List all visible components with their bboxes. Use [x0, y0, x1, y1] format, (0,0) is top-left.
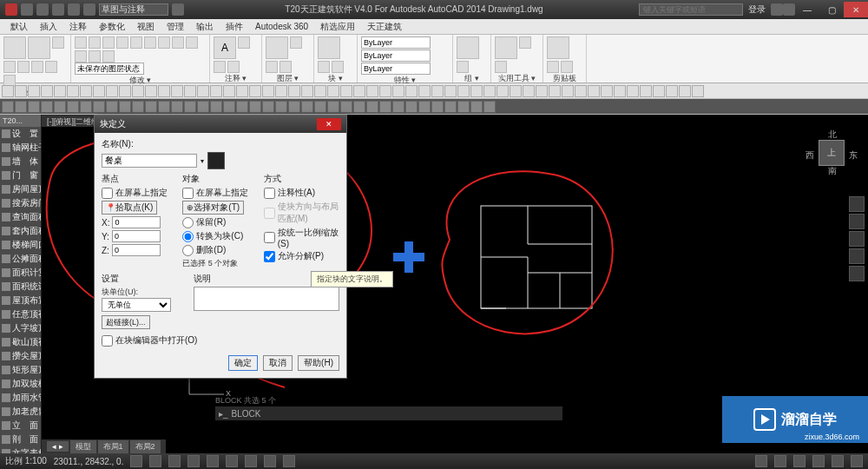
tab-layout2[interactable]: 布局2	[130, 440, 161, 453]
toolbar-button[interactable]	[249, 85, 261, 97]
sidebar-item[interactable]: 轴网柱子	[0, 141, 41, 155]
toolbar-button[interactable]	[405, 85, 418, 97]
block-name-input[interactable]	[102, 154, 197, 168]
toolbar-button[interactable]	[15, 101, 27, 113]
table-icon[interactable]	[227, 61, 240, 73]
tab-model[interactable]: 模型	[70, 440, 96, 453]
toolbar-button[interactable]	[158, 85, 170, 97]
basepoint-onscreen-check[interactable]	[102, 188, 113, 199]
toolbar-button[interactable]	[301, 101, 313, 113]
toolbar-button[interactable]	[679, 85, 691, 97]
layer-props-icon[interactable]	[266, 36, 288, 59]
toolbar-button[interactable]	[184, 101, 196, 113]
snap-toggle-icon[interactable]	[130, 455, 142, 467]
toolbar-button[interactable]	[640, 85, 652, 97]
app-icon[interactable]	[5, 3, 17, 16]
toolbar-button[interactable]	[2, 101, 14, 113]
leader-icon[interactable]	[214, 61, 226, 73]
text-icon[interactable]: A	[214, 36, 236, 59]
layer-off-icon[interactable]	[290, 36, 302, 49]
extend-icon[interactable]	[172, 36, 184, 49]
toolbar-button[interactable]	[536, 85, 548, 97]
toolbar-button[interactable]	[236, 85, 248, 97]
move-icon[interactable]	[75, 36, 87, 49]
toolbar-button[interactable]	[132, 101, 144, 113]
toolbar-button[interactable]	[210, 85, 222, 97]
polyline-icon[interactable]	[28, 36, 50, 59]
toolbar-button[interactable]	[80, 101, 92, 113]
toolbar-button[interactable]	[314, 101, 326, 113]
sidebar-item[interactable]: 门 窗	[0, 168, 41, 182]
pick-point-button[interactable]: 📍 拾取点(K)	[102, 201, 157, 215]
toolbar-button[interactable]	[145, 101, 157, 113]
sidebar-item[interactable]: 加老虎窗	[0, 405, 41, 419]
dialog-close-button[interactable]: ✕	[317, 118, 341, 130]
toolbar-button[interactable]	[41, 101, 53, 113]
tab-tangent[interactable]: 天正建筑	[362, 20, 407, 34]
open-in-editor-check[interactable]	[102, 335, 113, 347]
toolbar-button[interactable]	[379, 85, 391, 97]
tab-layout1[interactable]: 布局1	[98, 440, 128, 453]
ok-button[interactable]: 确定	[228, 355, 258, 371]
qat-open-icon[interactable]	[36, 3, 49, 16]
array-icon[interactable]	[75, 50, 87, 63]
scale-icon[interactable]	[144, 36, 156, 49]
basepoint-x-input[interactable]	[112, 216, 161, 228]
objects-onscreen-check[interactable]	[182, 188, 194, 199]
cut-icon[interactable]	[547, 61, 559, 73]
sidebar-item[interactable]: 剖 面	[0, 433, 41, 446]
qp-toggle-icon[interactable]	[283, 455, 295, 467]
command-line[interactable]: ▸_ BLOCK	[215, 406, 562, 420]
toolbar-button[interactable]	[379, 101, 391, 113]
mirror-icon[interactable]	[130, 36, 142, 49]
toolbar-button[interactable]	[119, 101, 131, 113]
toolbar-button[interactable]	[288, 85, 300, 97]
sidebar-item[interactable]: 公摊面积	[0, 252, 41, 266]
toolbar-button[interactable]	[444, 101, 457, 113]
description-textarea[interactable]	[194, 287, 339, 311]
toolbar-button[interactable]	[496, 85, 509, 97]
toolbar-button[interactable]	[470, 85, 483, 97]
close-button[interactable]: ✕	[844, 2, 868, 17]
hyperlink-button[interactable]: 超链接(L)...	[102, 315, 150, 329]
convert-radio[interactable]	[182, 231, 194, 242]
toolbar-button[interactable]	[614, 85, 626, 97]
block-unit-select[interactable]: 无单位	[102, 298, 171, 312]
sidebar-item[interactable]: 搜索房间	[0, 196, 41, 210]
osnap-toggle-icon[interactable]	[207, 455, 219, 467]
sidebar-item[interactable]: 墙 体	[0, 155, 41, 168]
toolbar-button[interactable]	[444, 85, 457, 97]
otrack-toggle-icon[interactable]	[226, 455, 238, 467]
nav-orbit-icon[interactable]	[849, 248, 865, 264]
minimize-button[interactable]: —	[795, 2, 819, 17]
workspace-combo[interactable]: 草图与注释	[99, 3, 168, 16]
select-icon[interactable]	[519, 36, 531, 49]
toolbar-button[interactable]	[627, 85, 639, 97]
paste-icon[interactable]	[547, 36, 569, 59]
toolbar-button[interactable]	[2, 85, 14, 97]
toolbar-button[interactable]	[80, 85, 92, 97]
qat-more-icon[interactable]	[172, 3, 184, 16]
toolbar-button[interactable]	[93, 101, 105, 113]
toolbar-button[interactable]	[197, 85, 209, 97]
hatch-icon[interactable]	[45, 61, 57, 73]
annotative-check[interactable]	[264, 188, 275, 199]
toolbar-button[interactable]	[262, 85, 274, 97]
nav-wheel-icon[interactable]	[849, 196, 865, 212]
polar-toggle-icon[interactable]	[187, 455, 200, 467]
toolbar-button[interactable]	[314, 85, 326, 97]
sidebar-item[interactable]: 立 面	[0, 419, 41, 433]
ellipse-icon[interactable]	[31, 61, 43, 73]
sidebar-item[interactable]: 攒尖屋顶	[0, 349, 41, 363]
qat-save-icon[interactable]	[52, 3, 64, 16]
toolbar-button[interactable]	[575, 85, 587, 97]
circle-icon[interactable]	[52, 36, 64, 49]
lwt-toggle-icon[interactable]	[264, 455, 276, 467]
sidebar-item[interactable]: 任意顶视	[0, 307, 41, 321]
tab-annotate[interactable]: 注释	[64, 20, 92, 34]
qat-undo-icon[interactable]	[68, 3, 80, 16]
toolbar-button[interactable]	[184, 85, 196, 97]
copy-icon[interactable]	[89, 36, 101, 49]
toolbar-button[interactable]	[431, 101, 444, 113]
ortho-toggle-icon[interactable]	[168, 455, 181, 467]
